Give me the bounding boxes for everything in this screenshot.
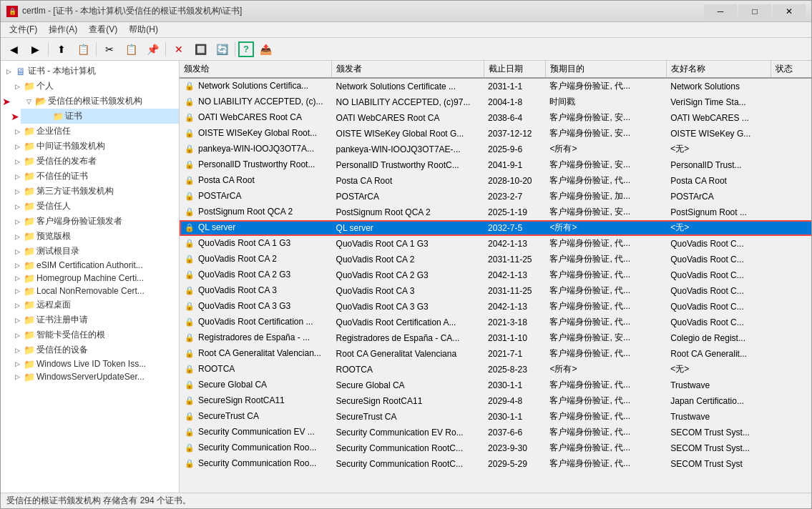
cell-expires: 2038-6-4 <box>484 110 545 126</box>
sidebar-item-trusted-root[interactable]: ▽ 📂 受信任的根证书颁发机构 <box>12 94 179 109</box>
table-row[interactable]: 🔒QuoVadis Root CA 2 G3 QuoVadis Root CA … <box>180 267 811 283</box>
cell-purpose: 客户端身份验证, 安... <box>545 110 666 126</box>
sidebar-item-cert-enroll[interactable]: ▷ 📁 证书注册申请 <box>1 312 179 327</box>
sidebar-item-wsus[interactable]: ▷ 📁 WindowsServerUpdateSer... <box>1 370 179 383</box>
table-row[interactable]: 🔒QuoVadis Root CA 1 G3 QuoVadis Root CA … <box>180 236 811 252</box>
sidebar-item-client-auth[interactable]: ▷ 📁 客户端身份验证颁发者 <box>1 214 179 229</box>
cell-purpose: 客户端身份验证, 代... <box>545 409 666 425</box>
delete-button[interactable]: ✕ <box>169 40 189 59</box>
col-header-friendly[interactable]: 友好名称 <box>666 61 771 78</box>
show-hide-button[interactable]: 📋 <box>73 40 93 59</box>
folder-icon-enterprise: 📁 <box>24 127 35 137</box>
table-row[interactable]: 🔒Security Communication EV ... Security … <box>180 425 811 440</box>
cert-icon: 🔒 <box>184 97 195 108</box>
sidebar-item-windows-live[interactable]: ▷ 📁 Windows Live ID Token Iss... <box>1 357 179 370</box>
export-button[interactable]: 📤 <box>255 40 275 59</box>
table-row[interactable]: 🔒SecureTrust CA SecureTrust CA 2030-1-1 … <box>180 409 811 425</box>
table-row[interactable]: 🔒ROOTCA ROOTCA 2025-8-23 <所有> <无> <box>180 362 811 377</box>
toolbar-separator-3 <box>165 42 166 56</box>
app-icon: 🔒 <box>6 6 18 17</box>
cell-status <box>771 189 811 204</box>
cell-purpose: <所有> <box>545 142 666 157</box>
cell-friendly: Trustwave <box>666 409 771 425</box>
cell-issuedto: 🔒POSTArCA <box>180 189 332 204</box>
sidebar-item-trusted-devices[interactable]: ▷ 📁 受信任的设备 <box>1 342 179 357</box>
table-row[interactable]: 🔒PersonalID Trustworthy Root... Personal… <box>180 157 811 173</box>
back-button[interactable]: ◀ <box>4 40 24 59</box>
table-row[interactable]: 🔒Security Communication Roo... Security … <box>180 456 811 472</box>
menu-view[interactable]: 查看(V) <box>83 22 123 37</box>
table-row[interactable]: 🔒Root CA Generalitat Valencian... Root C… <box>180 346 811 362</box>
folder-icon-trusted-people: 📁 <box>24 202 35 212</box>
menu-file[interactable]: 文件(F) <box>4 22 43 37</box>
sidebar-item-smart-card[interactable]: ▷ 📁 智能卡受信任的根 <box>1 327 179 342</box>
sidebar-item-local-non[interactable]: ▷ 📁 Local NonRemovable Cert... <box>1 285 179 297</box>
table-row[interactable]: 🔒Security Communication Roo... Security … <box>180 440 811 456</box>
sidebar-item-third-party[interactable]: ▷ 📁 第三方证书颁发机构 <box>1 184 179 199</box>
close-button[interactable]: ✕ <box>773 4 806 19</box>
table-row[interactable]: 🔒Registradores de España - ... Registrad… <box>180 330 811 346</box>
cell-purpose: 客户端身份验证, 代... <box>545 173 666 189</box>
sidebar-item-remote-desktop[interactable]: ▷ 📁 远程桌面 <box>1 297 179 312</box>
cert-icon: 🔒 <box>184 144 195 155</box>
table-row[interactable]: 🔒QL server QL server 2032-7-5 <所有> <无> <box>180 220 811 236</box>
table-row[interactable]: 🔒NO LIABILITY ACCEPTED, (c)... NO LIABIL… <box>180 94 811 110</box>
cert-icon: 🔒 <box>184 301 195 312</box>
cell-issuedto: 🔒NO LIABILITY ACCEPTED, (c)... <box>180 94 332 110</box>
sidebar-item-intermediate[interactable]: ▷ 📁 中间证书颁发机构 <box>1 139 179 154</box>
table-row[interactable]: 🔒PostSignum Root QCA 2 PostSignum Root Q… <box>180 204 811 220</box>
menu-help[interactable]: 帮助(H) <box>123 22 164 37</box>
up-button[interactable]: ⬆ <box>52 40 72 59</box>
sidebar-item-esim[interactable]: ▷ 📁 eSIM Certification Authorit... <box>1 259 179 272</box>
sidebar-item-untrusted[interactable]: ▷ 📁 不信任的证书 <box>1 169 179 184</box>
table-row[interactable]: 🔒SecureSign RootCA11 SecureSign RootCA11… <box>180 393 811 409</box>
sidebar-item-test[interactable]: ▷ 📁 测试根目录 <box>1 244 179 259</box>
copy-button[interactable]: 📋 <box>121 40 141 59</box>
paste-button[interactable]: 📌 <box>142 40 162 59</box>
col-header-issuedto[interactable]: 颁发给 <box>180 61 332 78</box>
refresh-button[interactable]: 🔄 <box>212 40 232 59</box>
list-view[interactable]: 颁发给 颁发者 截止日期 预期目的 友好名称 状态 🔒Network Solut… <box>180 61 811 493</box>
sidebar-label-trusted-root: 受信任的根证书颁发机构 <box>48 95 142 107</box>
sidebar-item-preview[interactable]: ▷ 📁 预览版根 <box>1 229 179 244</box>
col-header-issuedby[interactable]: 颁发者 <box>332 61 484 78</box>
table-row[interactable]: 🔒QuoVadis Root CA 3 QuoVadis Root CA 3 2… <box>180 283 811 299</box>
table-row[interactable]: 🔒pankeya-WIN-IOOJQ3OT7A... pankeya-WIN-I… <box>180 142 811 157</box>
col-header-status[interactable]: 状态 <box>771 61 811 78</box>
cell-friendly: SECOM Trust Syst <box>666 456 771 472</box>
table-row[interactable]: 🔒Network Solutions Certifica... Network … <box>180 78 811 94</box>
folder-icon-certs: 📁 <box>52 112 64 122</box>
minimize-button[interactable]: ─ <box>704 4 737 19</box>
table-row[interactable]: 🔒QuoVadis Root CA 3 G3 QuoVadis Root CA … <box>180 299 811 315</box>
col-header-purpose[interactable]: 预期目的 <box>545 61 666 78</box>
sidebar-item-enterprise[interactable]: ▷ 📁 企业信任 <box>1 124 179 139</box>
sidebar-item-homegroup[interactable]: ▷ 📁 Homegroup Machine Certi... <box>1 272 179 285</box>
cell-purpose: 客户端身份验证, 安... <box>545 126 666 142</box>
expand-icon-personal: ▷ <box>12 81 22 92</box>
cut-button[interactable]: ✂ <box>99 40 119 59</box>
table-row[interactable]: 🔒OATI WebCARES Root CA OATI WebCARES Roo… <box>180 110 811 126</box>
cell-issuedby: Security Communication RootC... <box>332 456 484 472</box>
table-row[interactable]: 🔒Secure Global CA Secure Global CA 2030-… <box>180 377 811 393</box>
sidebar-item-trusted-publishers[interactable]: ▷ 📁 受信任的发布者 <box>1 154 179 169</box>
cell-status <box>771 94 811 110</box>
sidebar-item-certificates[interactable]: 📁 证书 <box>21 109 179 124</box>
maximize-button[interactable]: □ <box>738 4 771 19</box>
table-row[interactable]: 🔒Posta CA Root Posta CA Root 2028-10-20 … <box>180 173 811 189</box>
status-bar: 受信任的根证书颁发机构 存储含有 294 个证书。 <box>1 493 811 508</box>
forward-button[interactable]: ▶ <box>25 40 45 59</box>
table-row[interactable]: 🔒POSTArCA POSTArCA 2023-2-7 客户端身份验证, 加..… <box>180 189 811 204</box>
sidebar-root[interactable]: ▷ 🖥 证书 - 本地计算机 <box>1 64 179 79</box>
table-row[interactable]: 🔒OISTE WISeKey Global Root... OISTE WISe… <box>180 126 811 142</box>
cell-issuedby: Root CA Generalitat Valenciana <box>332 346 484 362</box>
menu-action[interactable]: 操作(A) <box>43 22 83 37</box>
col-header-expires[interactable]: 截止日期 <box>484 61 545 78</box>
properties-button[interactable]: 🔲 <box>190 40 210 59</box>
cell-issuedto: 🔒QuoVadis Root CA 3 <box>180 283 332 299</box>
help-button[interactable]: ? <box>238 41 254 57</box>
table-row[interactable]: 🔒QuoVadis Root Certification ... QuoVadi… <box>180 315 811 330</box>
table-row[interactable]: 🔒QuoVadis Root CA 2 QuoVadis Root CA 2 2… <box>180 252 811 267</box>
sidebar-item-trusted-people[interactable]: ▷ 📁 受信任人 <box>1 199 179 214</box>
cell-status <box>771 252 811 267</box>
sidebar-item-personal[interactable]: ▷ 📁 个人 <box>1 79 179 94</box>
